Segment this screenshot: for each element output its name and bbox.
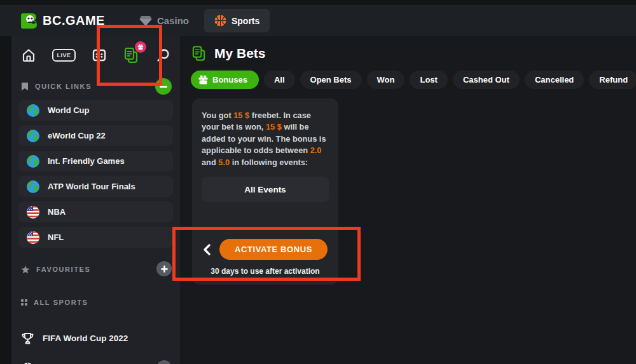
quick-link-nba[interactable]: NBA [18, 201, 173, 222]
tab-won[interactable]: Won [367, 71, 405, 89]
star-icon [21, 266, 30, 274]
top-bar: BC.GAME Casino Sports [0, 5, 636, 36]
tab-label: Won [377, 75, 395, 84]
quick-link-atp-world-tour-finals[interactable]: ATP World Tour Finals [18, 176, 173, 197]
all-sports-grid-icon [21, 299, 27, 306]
sidebar-icon-nav: LIVE [21, 44, 170, 66]
home-icon[interactable] [21, 48, 36, 63]
sport-item-fifa-world-cup-2022[interactable]: FIFA World Cup 2022 [21, 329, 170, 347]
basketball-icon [214, 15, 226, 27]
all-events-button[interactable]: All Events [202, 177, 329, 202]
quick-link-int-friendly-games[interactable]: Int. Friendly Games [18, 151, 173, 172]
tab-label: Open Bets [310, 75, 352, 84]
quick-link-label: eWorld Cup 22 [48, 131, 106, 140]
games-grid-icon[interactable] [92, 48, 107, 63]
tab-label: Bonuses [212, 75, 247, 84]
chevron-left-icon[interactable] [203, 244, 211, 255]
quick-link-label: NBA [48, 207, 66, 217]
globe-icon [26, 180, 40, 194]
bonus-description: You got 15 $ freebet. In case your bet i… [202, 110, 329, 168]
quick-link-label: Int. Friendly Games [48, 156, 125, 166]
tab-cashed-out[interactable]: Cashed Out [453, 71, 520, 89]
sidebar: LIVE [11, 36, 180, 364]
activate-bonus-button[interactable]: ACTIVATE BONUS [219, 239, 328, 260]
add-favourite-button[interactable] [156, 261, 172, 276]
nav-sports-label: Sports [232, 16, 259, 26]
sport-item-label: FIFA World Cup 2022 [43, 334, 128, 343]
quick-link-label: NFL [48, 233, 64, 242]
usa-flag-icon [26, 205, 40, 219]
top-nav: Casino Sports [135, 5, 270, 36]
nav-sports[interactable]: Sports [204, 9, 270, 32]
nav-casino-label: Casino [157, 15, 189, 26]
activate-bonus-row: ACTIVATE BONUS [202, 239, 329, 260]
all-events-label: All Events [244, 185, 286, 194]
tab-label: Cancelled [535, 75, 574, 84]
bcgame-logo[interactable]: BC.GAME [19, 11, 105, 30]
odds-max: 5.0 [218, 158, 230, 167]
soccer-ball-icon [21, 361, 34, 364]
quick-link-world-cup[interactable]: World Cup [18, 100, 173, 121]
tab-label: Lost [420, 75, 437, 84]
all-sports-title: ALL SPORTS [34, 299, 88, 306]
bonus-card: You got 15 $ freebet. In case your bet i… [192, 98, 338, 285]
live-icon[interactable]: LIVE [52, 49, 75, 62]
nav-casino[interactable]: Casino [135, 15, 193, 27]
quick-link-nfl[interactable]: NFL [18, 227, 173, 248]
gift-icon [198, 75, 208, 84]
odds-min: 2.0 [310, 145, 322, 155]
sport-item-soccer[interactable]: Soccer [21, 359, 170, 364]
all-sports-header[interactable]: ALL SPORTS [21, 294, 170, 311]
expand-soccer-button[interactable] [156, 360, 172, 364]
tab-lost[interactable]: Lost [410, 71, 447, 89]
usa-flag-icon [26, 231, 40, 245]
quick-link-label: World Cup [48, 105, 89, 115]
diamond-icon [139, 15, 152, 27]
main-content: My Bets Bonuses All Open Bets Won Lost C… [180, 36, 636, 364]
tab-open-bets[interactable]: Open Bets [300, 71, 362, 89]
bonus-amount: 15 $ [233, 111, 249, 120]
activate-bonus-label: ACTIVATE BONUS [235, 245, 312, 254]
tab-label: Cashed Out [463, 75, 509, 84]
quick-links-list: World Cup eWorld Cup 22 Int. Friendly Ga… [18, 100, 173, 248]
tab-label: All [274, 75, 285, 84]
quick-link-label: ATP World Tour Finals [48, 182, 135, 191]
my-bets-icon[interactable] [123, 47, 139, 64]
search-icon[interactable] [156, 48, 170, 63]
bcgame-logo-text: BC.GAME [43, 13, 105, 28]
tab-cancelled[interactable]: Cancelled [525, 71, 584, 89]
bcgame-logo-icon [19, 11, 38, 30]
quick-links-header: QUICK LINKS [21, 78, 170, 95]
tab-refund[interactable]: Refund [589, 71, 636, 89]
favourites-title: FAVOURITES [36, 266, 90, 273]
globe-icon [26, 154, 40, 168]
bonus-amount: 15 $ [266, 122, 282, 131]
trophy-icon [21, 332, 34, 345]
page-title: My Bets [214, 46, 266, 61]
bookmark-icon [21, 82, 29, 91]
bet-filter-tabs: Bonuses All Open Bets Won Lost Cashed Ou… [191, 71, 636, 89]
globe-icon [26, 104, 40, 118]
favourites-header: FAVOURITES [21, 261, 170, 278]
my-bets-header: My Bets [191, 44, 636, 62]
tab-label: Refund [599, 75, 628, 84]
live-icon-label: LIVE [52, 49, 75, 62]
quick-links-title: QUICK LINKS [35, 83, 92, 90]
quick-link-eworld-cup-22[interactable]: eWorld Cup 22 [18, 125, 173, 146]
tab-bonuses[interactable]: Bonuses [191, 71, 259, 89]
my-bets-icon [191, 45, 207, 62]
tab-all[interactable]: All [264, 71, 295, 89]
bonus-badge [135, 41, 146, 53]
globe-icon [26, 129, 40, 143]
collapse-quick-links-button[interactable] [155, 78, 172, 95]
bonus-expiry-note: 30 days to use after activation [202, 267, 329, 276]
